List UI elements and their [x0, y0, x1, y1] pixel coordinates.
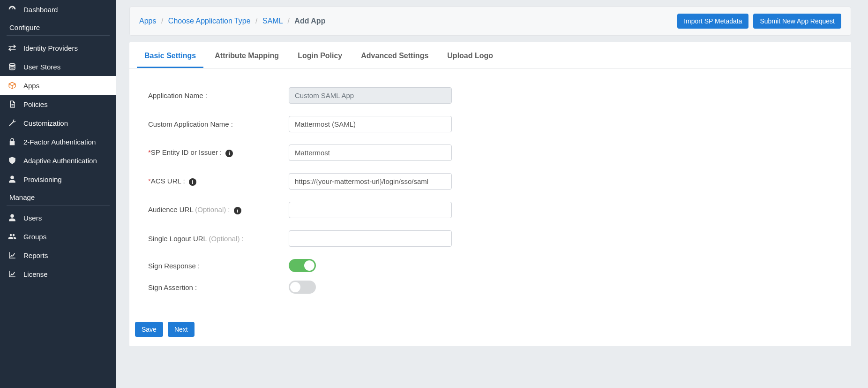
- form-area: Application Name : Custom Application Na…: [129, 68, 851, 316]
- acs-url-label-text: ACS URL :: [151, 177, 185, 185]
- sp-entity-id-label: *SP Entity ID or Issuer : i: [148, 148, 289, 157]
- sidebar-item-label: Dashboard: [23, 6, 58, 14]
- single-logout-url-label-text: Single Logout URL: [148, 235, 207, 243]
- sidebar-item-adaptive-auth[interactable]: Adaptive Authentication: [0, 151, 116, 170]
- breadcrumb-saml[interactable]: SAML: [262, 17, 283, 25]
- row-single-logout-url: Single Logout URL (Optional) :: [148, 230, 832, 247]
- breadcrumb-choose-type[interactable]: Choose Application Type: [168, 17, 251, 25]
- tabs: Basic Settings Attribute Mapping Login P…: [129, 42, 851, 68]
- breadcrumb-sep: /: [287, 17, 289, 25]
- sidebar-item-label: 2-Factor Authentication: [23, 138, 96, 146]
- sidebar-item-reports[interactable]: Reports: [0, 246, 116, 265]
- sign-assertion-toggle[interactable]: [289, 281, 316, 294]
- import-sp-metadata-button[interactable]: Import SP Metadata: [677, 14, 748, 29]
- sidebar-item-label: Policies: [23, 100, 48, 108]
- next-button[interactable]: Next: [168, 322, 195, 337]
- exchange-icon: [7, 43, 17, 53]
- audience-url-label-text: Audience URL: [148, 205, 193, 213]
- sp-entity-id-label-text: SP Entity ID or Issuer :: [151, 148, 222, 156]
- save-button[interactable]: Save: [135, 322, 163, 337]
- row-sp-entity-id: *SP Entity ID or Issuer : i: [148, 145, 832, 161]
- info-icon[interactable]: i: [234, 207, 241, 214]
- dashboard-icon: [7, 5, 17, 14]
- sidebar-item-label: Apps: [23, 82, 39, 90]
- users-group-icon: [7, 232, 17, 241]
- acs-url-input[interactable]: [289, 173, 452, 190]
- tab-login-policy[interactable]: Login Policy: [290, 42, 350, 68]
- tab-attribute-mapping[interactable]: Attribute Mapping: [207, 42, 286, 68]
- breadcrumb: Apps / Choose Application Type / SAML / …: [139, 17, 325, 25]
- sidebar-item-label: License: [23, 270, 48, 278]
- header-buttons: Import SP Metadata Submit New App Reques…: [677, 14, 841, 29]
- sidebar-item-label: Customization: [23, 119, 68, 127]
- chart-icon: [7, 269, 17, 279]
- sidebar-item-label: Users: [23, 214, 42, 222]
- sign-assertion-label: Sign Assertion :: [148, 283, 289, 291]
- sidebar-item-label: Adaptive Authentication: [23, 157, 97, 165]
- sidebar-item-policies[interactable]: Policies: [0, 95, 116, 114]
- audience-url-label: Audience URL (Optional) : i: [148, 205, 289, 214]
- sidebar-item-label: Identity Providers: [23, 44, 78, 52]
- sign-response-label: Sign Response :: [148, 262, 289, 270]
- sidebar-item-provisioning[interactable]: Provisioning: [0, 170, 116, 189]
- single-logout-url-label: Single Logout URL (Optional) :: [148, 235, 289, 243]
- sidebar-item-label: Provisioning: [23, 175, 62, 183]
- audience-url-input[interactable]: [289, 202, 452, 218]
- database-icon: [7, 62, 17, 71]
- row-application-name: Application Name :: [148, 87, 832, 104]
- application-name-input: [289, 87, 452, 104]
- row-audience-url: Audience URL (Optional) : i: [148, 202, 832, 218]
- row-sign-response: Sign Response :: [148, 259, 832, 272]
- optional-text: (Optional) :: [195, 205, 230, 213]
- divider: [7, 35, 110, 36]
- toggle-knob: [290, 282, 300, 292]
- tab-upload-logo[interactable]: Upload Logo: [440, 42, 501, 68]
- info-icon[interactable]: i: [189, 178, 196, 186]
- acs-url-label: *ACS URL : i: [148, 177, 289, 185]
- sidebar-item-identity-providers[interactable]: Identity Providers: [0, 38, 116, 57]
- section-header-configure: Configure: [0, 19, 116, 35]
- sp-entity-id-input[interactable]: [289, 145, 452, 161]
- user-icon: [7, 175, 17, 184]
- footer-buttons: Save Next: [129, 316, 851, 346]
- sign-response-toggle[interactable]: [289, 259, 316, 272]
- custom-app-name-input[interactable]: [289, 116, 452, 132]
- row-custom-app-name: Custom Application Name :: [148, 116, 832, 132]
- row-acs-url: *ACS URL : i: [148, 173, 832, 190]
- sidebar-item-2fa[interactable]: 2-Factor Authentication: [0, 132, 116, 151]
- row-sign-assertion: Sign Assertion :: [148, 281, 832, 294]
- breadcrumb-current: Add App: [294, 17, 325, 25]
- info-icon[interactable]: i: [225, 150, 233, 157]
- cube-icon: [7, 81, 17, 90]
- section-header-manage: Manage: [0, 189, 116, 205]
- sidebar-item-customization[interactable]: Customization: [0, 114, 116, 132]
- optional-text: (Optional) :: [209, 235, 244, 243]
- sidebar-item-users[interactable]: Users: [0, 208, 116, 227]
- breadcrumb-sep: /: [255, 17, 257, 25]
- wrench-icon: [7, 118, 17, 128]
- sidebar-item-license[interactable]: License: [0, 265, 116, 283]
- shield-icon: [7, 156, 17, 165]
- divider: [7, 205, 110, 205]
- user-icon: [7, 213, 17, 222]
- submit-new-app-request-button[interactable]: Submit New App Request: [753, 14, 841, 29]
- sidebar: Dashboard Configure Identity Providers U…: [0, 0, 116, 388]
- breadcrumb-sep: /: [161, 17, 163, 25]
- sidebar-item-label: Reports: [23, 251, 48, 259]
- sidebar-item-groups[interactable]: Groups: [0, 227, 116, 246]
- application-name-label: Application Name :: [148, 91, 289, 99]
- breadcrumb-apps[interactable]: Apps: [139, 17, 156, 25]
- toggle-knob: [304, 260, 314, 271]
- sidebar-item-label: Groups: [23, 233, 46, 241]
- chart-icon: [7, 251, 17, 260]
- sidebar-item-dashboard[interactable]: Dashboard: [0, 0, 116, 19]
- single-logout-url-input[interactable]: [289, 230, 452, 247]
- custom-app-name-label: Custom Application Name :: [148, 120, 289, 128]
- sidebar-item-apps[interactable]: Apps: [0, 76, 116, 95]
- main-content: Apps / Choose Application Type / SAML / …: [116, 0, 868, 388]
- sidebar-item-label: User Stores: [23, 63, 60, 71]
- content-card: Basic Settings Attribute Mapping Login P…: [129, 42, 851, 346]
- tab-advanced-settings[interactable]: Advanced Settings: [353, 42, 436, 68]
- sidebar-item-user-stores[interactable]: User Stores: [0, 57, 116, 76]
- tab-basic-settings[interactable]: Basic Settings: [137, 42, 203, 68]
